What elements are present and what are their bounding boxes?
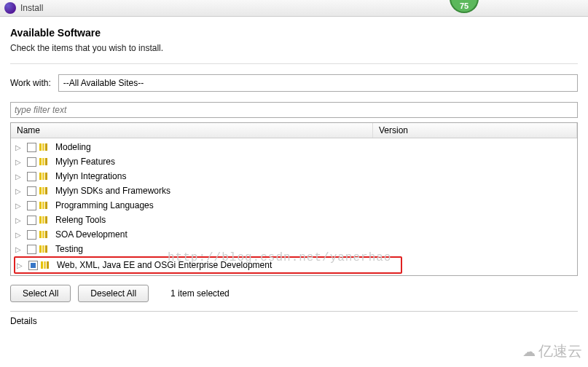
item-label: Programming Languages xyxy=(54,200,154,210)
checkbox[interactable] xyxy=(27,245,36,254)
feature-icon xyxy=(39,245,51,253)
tree-item-mylyn-features[interactable]: ▷ Mylyn Features xyxy=(11,154,577,169)
checkbox[interactable] xyxy=(27,186,36,196)
expand-icon[interactable]: ▷ xyxy=(15,231,24,239)
eclipse-icon xyxy=(4,2,16,14)
expand-icon[interactable]: ▷ xyxy=(15,216,24,224)
table-header: Name Version xyxy=(11,123,577,138)
select-all-button[interactable]: Select All xyxy=(10,285,71,302)
tree-item-releng-tools[interactable]: ▷ Releng Tools xyxy=(11,213,577,227)
expand-icon[interactable]: ▷ xyxy=(15,143,24,151)
tree-item-mylyn-sdks[interactable]: ▷ Mylyn SDKs and Frameworks xyxy=(11,184,577,198)
checkbox[interactable] xyxy=(27,172,36,181)
feature-icon xyxy=(39,201,51,210)
tree-item-testing[interactable]: ▷ Testing xyxy=(11,242,577,256)
expand-icon[interactable]: ▷ xyxy=(15,202,24,210)
column-name[interactable]: Name xyxy=(11,123,373,138)
feature-icon xyxy=(39,230,51,239)
tree-item-soa[interactable]: ▷ SOA Development xyxy=(11,227,577,242)
column-version[interactable]: Version xyxy=(373,123,577,138)
feature-icon xyxy=(39,186,51,195)
software-table: Name Version ▷ Modeling ▷ Mylyn Features… xyxy=(10,122,578,276)
checkbox[interactable] xyxy=(27,230,36,240)
tree-item-web-xml[interactable]: ▷ Web, XML, Java EE and OSGi Enterprise … xyxy=(15,258,401,272)
filter-input[interactable] xyxy=(10,102,578,118)
expand-icon[interactable]: ▷ xyxy=(17,261,26,269)
progress-badge: 75 xyxy=(450,0,479,13)
page-subtitle: Check the items that you wish to install… xyxy=(10,43,578,53)
checkbox[interactable] xyxy=(27,201,36,210)
checkbox[interactable] xyxy=(27,216,36,225)
window-title: Install xyxy=(20,3,43,13)
expand-icon[interactable]: ▷ xyxy=(15,245,24,253)
item-label: Testing xyxy=(54,244,83,254)
titlebar: Install 75 xyxy=(0,0,588,17)
tree-item-modeling[interactable]: ▷ Modeling xyxy=(11,140,577,154)
actions-row: Select All Deselect All 1 item selected xyxy=(0,276,588,311)
item-label: Mylyn Integrations xyxy=(54,171,126,181)
selected-count: 1 item selected xyxy=(170,288,230,299)
logo-text: 亿速云 xyxy=(538,342,582,361)
feature-icon xyxy=(39,216,51,224)
feature-icon xyxy=(39,172,51,181)
expand-icon[interactable]: ▷ xyxy=(15,187,24,195)
item-label: SOA Development xyxy=(54,229,128,240)
item-label: Web, XML, Java EE and OSGi Enterprise De… xyxy=(55,260,272,270)
item-label: Mylyn SDKs and Frameworks xyxy=(54,186,170,196)
tree-item-programming-languages[interactable]: ▷ Programming Languages xyxy=(11,198,577,213)
checkbox[interactable] xyxy=(27,143,36,152)
tree-item-mylyn-integrations[interactable]: ▷ Mylyn Integrations xyxy=(11,169,577,184)
cloud-icon: ☁ xyxy=(522,344,536,360)
tree: ▷ Modeling ▷ Mylyn Features ▷ Mylyn Inte… xyxy=(11,138,577,275)
highlight-box: ▷ Web, XML, Java EE and OSGi Enterprise … xyxy=(14,256,402,274)
feature-icon xyxy=(39,143,51,151)
expand-icon[interactable]: ▷ xyxy=(15,173,24,181)
work-with-input[interactable] xyxy=(58,74,578,92)
filter-row xyxy=(0,102,588,122)
feature-icon xyxy=(41,261,52,269)
details-section: Details xyxy=(10,311,578,326)
feature-icon xyxy=(39,157,51,166)
expand-icon[interactable]: ▷ xyxy=(15,158,24,166)
progress-value: 75 xyxy=(460,1,469,10)
item-label: Modeling xyxy=(54,142,91,152)
checkbox[interactable] xyxy=(27,157,36,167)
corner-logo: ☁ 亿速云 xyxy=(522,342,582,361)
work-with-row: Work with: xyxy=(0,64,588,102)
item-label: Mylyn Features xyxy=(54,157,115,167)
deselect-all-button[interactable]: Deselect All xyxy=(78,285,149,302)
checkbox[interactable] xyxy=(28,261,38,270)
details-label: Details xyxy=(10,316,37,326)
item-label: Releng Tools xyxy=(54,215,106,225)
page-title: Available Software xyxy=(10,27,578,39)
work-with-label: Work with: xyxy=(10,78,51,88)
dialog-header: Available Software Check the items that … xyxy=(0,17,588,60)
